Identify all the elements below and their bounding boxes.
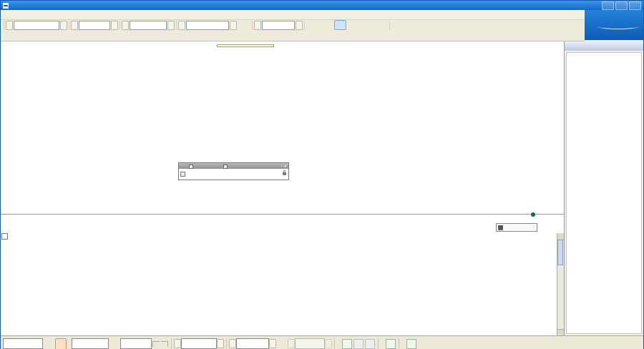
divider bbox=[334, 338, 335, 349]
timebase-prev-icon[interactable] bbox=[6, 21, 13, 30]
pico-swoosh bbox=[597, 24, 639, 29]
scrollbar-thumb[interactable] bbox=[557, 240, 563, 265]
timebase-next-icon[interactable] bbox=[60, 21, 67, 30]
samples-down-icon[interactable] bbox=[71, 21, 78, 30]
digital-channels-area[interactable] bbox=[1, 233, 564, 336]
repeat-trigger-icon[interactable] bbox=[109, 339, 119, 349]
pretrigger-up-icon[interactable] bbox=[269, 339, 276, 348]
trigger-mode-select[interactable] bbox=[72, 338, 109, 349]
menu-bar bbox=[1, 10, 585, 20]
samples-select[interactable] bbox=[79, 21, 110, 30]
zoom-in-icon[interactable] bbox=[334, 20, 346, 30]
falling-edge-icon[interactable] bbox=[161, 341, 168, 347]
phase-ruler-handle-icon[interactable] bbox=[531, 212, 535, 217]
trigger-marker-icon[interactable] bbox=[277, 339, 287, 349]
ruler-legend-checkbox[interactable] bbox=[180, 172, 185, 177]
pointer-tool-icon[interactable] bbox=[307, 20, 319, 30]
pointer-tools-group bbox=[305, 20, 390, 30]
ruler-legend-header[interactable]: − ✕ bbox=[179, 163, 288, 169]
x-axis-strip bbox=[1, 214, 564, 233]
buffer-group bbox=[177, 20, 253, 30]
picoscope-window: − ✕ bbox=[0, 0, 644, 349]
group-expander-icon[interactable] bbox=[1, 233, 8, 240]
app-icon bbox=[3, 3, 9, 9]
ruler-legend-box[interactable]: − ✕ bbox=[178, 162, 289, 180]
close-icon[interactable] bbox=[629, 1, 641, 10]
capture-count-value bbox=[295, 338, 325, 349]
delete-measurement-icon bbox=[365, 339, 375, 349]
lock-icon[interactable] bbox=[283, 172, 286, 175]
play-icon[interactable] bbox=[44, 339, 54, 349]
divider bbox=[226, 338, 227, 349]
rising-edge-icon[interactable] bbox=[152, 341, 160, 347]
add-note-icon[interactable] bbox=[406, 339, 416, 349]
ruler-legend-window-icons[interactable]: − ✕ bbox=[281, 164, 288, 168]
add-ruler-icon[interactable] bbox=[386, 339, 396, 349]
hand-tool-icon[interactable] bbox=[321, 20, 333, 30]
zoom-factor-group bbox=[253, 20, 305, 30]
trigger-source-select[interactable] bbox=[120, 338, 152, 349]
timebase-group bbox=[4, 20, 69, 30]
properties-panel bbox=[564, 41, 643, 335]
stop-icon[interactable] bbox=[55, 338, 67, 349]
digital-waveform-canvas[interactable] bbox=[1, 233, 564, 336]
no-entry-icon[interactable] bbox=[238, 20, 250, 30]
capture-next-icon[interactable] bbox=[325, 339, 332, 348]
toolbar-main bbox=[1, 20, 585, 30]
timebase-select[interactable] bbox=[14, 21, 59, 30]
zoom-factor-indicator[interactable] bbox=[262, 21, 295, 30]
channels-toolbar bbox=[1, 30, 585, 41]
trigger-level-spinner bbox=[174, 338, 224, 349]
pretrigger-spinner bbox=[229, 338, 276, 349]
resolution-up-icon[interactable] bbox=[167, 21, 175, 30]
zoom-out-icon[interactable] bbox=[348, 20, 360, 30]
properties-header bbox=[565, 41, 643, 51]
resolution-select[interactable] bbox=[130, 21, 167, 30]
samples-up-icon[interactable] bbox=[111, 21, 118, 30]
analog-waveform-area[interactable]: − ✕ bbox=[1, 41, 564, 214]
scope-view: − ✕ bbox=[1, 41, 564, 335]
pretrigger-value[interactable] bbox=[236, 338, 269, 349]
ruler2-handle-icon[interactable] bbox=[223, 164, 228, 169]
buffer-prev-icon[interactable] bbox=[178, 21, 185, 30]
add-measurement-icon[interactable] bbox=[342, 339, 352, 349]
ruler1-handle-icon[interactable] bbox=[189, 164, 193, 169]
digital-scrollbar[interactable] bbox=[557, 233, 564, 336]
pretrigger-down-icon[interactable] bbox=[229, 339, 236, 348]
capture-count-spinner bbox=[288, 338, 332, 349]
ruler-legend-values bbox=[179, 169, 288, 179]
zoomfactor-up-icon[interactable] bbox=[296, 21, 303, 30]
minimize-icon[interactable] bbox=[602, 1, 614, 10]
divider bbox=[171, 338, 172, 349]
divider bbox=[378, 338, 379, 349]
level-up-icon[interactable] bbox=[217, 339, 224, 348]
zoom-full-icon[interactable] bbox=[375, 20, 387, 30]
samples-group bbox=[69, 20, 120, 30]
resolution-group bbox=[120, 20, 177, 30]
frequency-ruler-icon bbox=[498, 225, 503, 230]
buffer-next-icon[interactable] bbox=[230, 21, 237, 30]
buffer-indicator[interactable] bbox=[186, 21, 229, 30]
trigger-level-value[interactable] bbox=[181, 338, 217, 349]
divider bbox=[399, 338, 399, 349]
main-area: − ✕ bbox=[1, 41, 643, 335]
analog-waveform-canvas[interactable] bbox=[1, 41, 564, 214]
edit-measurement-icon bbox=[353, 339, 364, 349]
zoom-undo-icon[interactable] bbox=[361, 20, 374, 30]
capture-prev-icon[interactable] bbox=[288, 339, 295, 348]
status-indicator bbox=[3, 338, 43, 349]
zoomfactor-down-icon[interactable] bbox=[254, 21, 261, 30]
title-bar bbox=[1, 1, 643, 10]
packet-decode-tooltip bbox=[217, 44, 274, 47]
properties-content bbox=[566, 52, 642, 334]
maximize-icon[interactable] bbox=[615, 1, 628, 10]
level-down-icon[interactable] bbox=[174, 339, 181, 348]
status-bar bbox=[1, 335, 643, 349]
resolution-down-icon[interactable] bbox=[122, 21, 129, 30]
frequency-legend[interactable] bbox=[496, 223, 537, 232]
